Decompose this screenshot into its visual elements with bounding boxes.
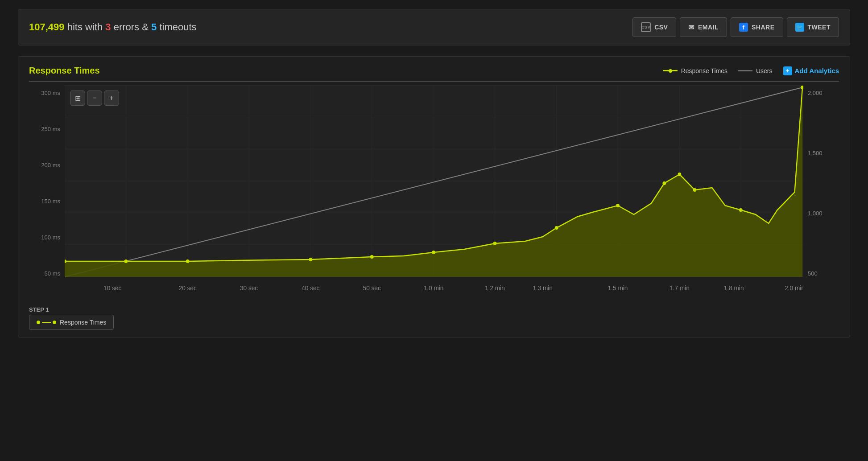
y-right-label-1500: 1,500	[808, 150, 839, 156]
svg-point-24	[186, 259, 190, 263]
stats-bar: 107,499 hits with 3 errors & 5 timeouts …	[18, 9, 850, 45]
step-indicator	[37, 321, 56, 324]
chart-title: Response Times	[29, 66, 100, 76]
legend-response-label: Response Times	[681, 67, 727, 74]
chart-svg: 10 sec 20 sec 30 sec 40 sec 50 sec 1.0 m…	[65, 85, 803, 299]
y-right-label-1000: 1,000	[808, 210, 839, 217]
svg-point-32	[678, 173, 681, 176]
svg-point-29	[555, 226, 558, 230]
y-axis-right: 2,000 1,500 1,000 500	[803, 85, 839, 299]
y-label-150: 150 ms	[41, 198, 60, 205]
email-icon: ✉	[688, 23, 694, 32]
y-label-250: 250 ms	[41, 126, 60, 132]
step-section: STEP 1 Response Times	[29, 306, 839, 330]
step-dot-right	[53, 321, 56, 324]
legend-gray-line	[738, 70, 752, 71]
add-analytics-icon: +	[783, 66, 792, 75]
hits-label: hits with	[67, 21, 103, 33]
y-label-100: 100 ms	[41, 234, 60, 241]
y-axis-left: 300 ms 250 ms 200 ms 150 ms 100 ms 50 ms	[29, 85, 65, 299]
y-right-label-2000: 2,000	[808, 90, 839, 96]
twitter-icon: 🐦	[795, 23, 804, 32]
tweet-button[interactable]: 🐦 TWEET	[787, 17, 839, 37]
errors-label: errors &	[114, 21, 149, 33]
svg-point-27	[432, 251, 435, 254]
csv-icon: CSV	[641, 22, 651, 32]
chart-section: Response Times Response Times Users + Ad…	[18, 56, 850, 338]
svg-point-31	[662, 181, 666, 185]
svg-text:20 sec: 20 sec	[179, 284, 197, 292]
chart-header: Response Times Response Times Users + Ad…	[29, 66, 839, 82]
y-label-50: 50 ms	[45, 270, 60, 277]
svg-point-23	[124, 259, 128, 263]
add-analytics-label: Add Analytics	[795, 67, 839, 74]
stats-text: 107,499 hits with 3 errors & 5 timeouts	[29, 21, 197, 33]
step-line	[42, 322, 51, 323]
svg-point-34	[739, 208, 743, 212]
timeouts-count: 5	[151, 21, 157, 33]
step-name: Response Times	[60, 319, 106, 326]
y-right-label-500: 500	[808, 270, 839, 277]
legend-green-line	[663, 70, 678, 71]
step-box[interactable]: Response Times	[29, 315, 114, 330]
zoom-in-button[interactable]: +	[104, 91, 119, 106]
zoom-fit-button[interactable]: ⊞	[70, 91, 85, 106]
svg-text:1.8 min: 1.8 min	[724, 284, 744, 292]
step-dot-left	[37, 321, 40, 324]
svg-text:1.5 min: 1.5 min	[608, 284, 628, 292]
svg-point-26	[370, 255, 374, 259]
timeouts-label: timeouts	[159, 21, 196, 33]
legend-users: Users	[738, 67, 773, 74]
errors-count: 3	[105, 21, 111, 33]
action-buttons: CSV CSV ✉ EMAIL f SHARE 🐦 TWEET	[632, 17, 839, 37]
zoom-controls: ⊞ − +	[70, 91, 119, 106]
svg-text:50 sec: 50 sec	[363, 284, 381, 292]
hits-count: 107,499	[29, 21, 65, 33]
svg-text:40 sec: 40 sec	[302, 284, 319, 292]
email-button[interactable]: ✉ EMAIL	[680, 17, 727, 37]
svg-point-33	[693, 188, 697, 192]
chart-legend: Response Times Users + Add Analytics	[663, 66, 839, 75]
chart-inner: ⊞ − +	[65, 85, 803, 299]
svg-point-30	[616, 204, 620, 207]
chart-container: 300 ms 250 ms 200 ms 150 ms 100 ms 50 ms…	[29, 85, 839, 299]
share-button[interactable]: f SHARE	[731, 17, 783, 37]
csv-button[interactable]: CSV CSV	[632, 17, 676, 37]
facebook-icon: f	[739, 23, 748, 32]
svg-text:2.0 min: 2.0 min	[785, 284, 803, 292]
legend-users-label: Users	[756, 67, 773, 74]
step-label: STEP 1	[29, 306, 114, 313]
svg-text:1.3 min: 1.3 min	[533, 284, 553, 292]
svg-text:10 sec: 10 sec	[103, 284, 121, 292]
svg-text:1.2 min: 1.2 min	[485, 284, 505, 292]
zoom-out-button[interactable]: −	[87, 91, 102, 106]
svg-text:30 sec: 30 sec	[240, 284, 258, 292]
svg-text:1.0 min: 1.0 min	[424, 284, 444, 292]
y-label-300: 300 ms	[41, 90, 60, 96]
svg-text:1.7 min: 1.7 min	[670, 284, 690, 292]
y-label-200: 200 ms	[41, 162, 60, 169]
svg-point-25	[309, 258, 312, 261]
svg-point-28	[493, 242, 496, 245]
chart-svg-element: 10 sec 20 sec 30 sec 40 sec 50 sec 1.0 m…	[65, 85, 803, 299]
add-analytics-button[interactable]: + Add Analytics	[783, 66, 839, 75]
legend-response-times: Response Times	[663, 67, 727, 74]
